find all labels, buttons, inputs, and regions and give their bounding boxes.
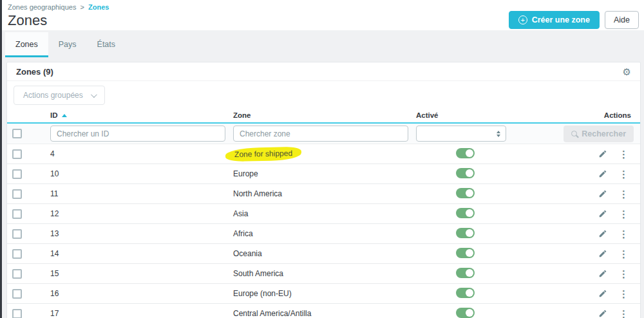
gear-icon[interactable]: ⚙ — [623, 67, 631, 77]
table-filter-row: Rechercher — [7, 124, 640, 144]
select-all-checkbox[interactable] — [12, 129, 22, 138]
edit-icon[interactable] — [598, 149, 607, 158]
edit-icon[interactable] — [598, 309, 607, 318]
chevron-down-icon — [91, 91, 97, 98]
row-menu-icon[interactable]: ⋮ — [619, 229, 629, 239]
row-menu-icon[interactable]: ⋮ — [619, 169, 629, 179]
edit-icon[interactable] — [598, 209, 607, 218]
row-menu-icon[interactable]: ⋮ — [619, 309, 629, 318]
row-menu-icon[interactable]: ⋮ — [619, 249, 629, 259]
create-zone-button[interactable]: + Créer une zone — [509, 11, 600, 29]
select-spinner-icon — [497, 131, 500, 137]
table-row: 13 Africa ⋮ — [7, 224, 640, 244]
filter-id-input[interactable] — [50, 126, 225, 142]
row-id: 10 — [50, 169, 233, 178]
breadcrumb-parent[interactable]: Zones geographiques — [8, 3, 76, 11]
row-id: 15 — [50, 269, 233, 278]
row-zone: Oceania — [233, 249, 262, 258]
row-zone: North America — [233, 189, 282, 198]
tab-etats[interactable]: États — [87, 32, 126, 57]
row-id: 11 — [50, 189, 233, 198]
row-zone: Africa — [233, 229, 253, 238]
row-zone: South America — [233, 269, 283, 278]
filter-zone-input[interactable] — [233, 126, 408, 142]
sort-asc-icon[interactable] — [62, 114, 67, 117]
row-zone: Asia — [233, 209, 248, 218]
row-checkbox[interactable] — [12, 189, 22, 199]
row-checkbox[interactable] — [12, 209, 22, 219]
row-menu-icon[interactable]: ⋮ — [619, 189, 629, 199]
active-toggle[interactable] — [456, 208, 475, 218]
row-id: 16 — [50, 289, 233, 298]
active-toggle[interactable] — [456, 228, 475, 238]
edit-icon[interactable] — [598, 189, 607, 198]
zones-panel: Zones (9) ⚙ Actions groupées ID Zone Act… — [6, 62, 641, 318]
row-checkbox[interactable] — [12, 169, 22, 179]
panel-title: Zones (9) — [16, 67, 53, 77]
active-toggle[interactable] — [456, 168, 475, 178]
row-id: 17 — [50, 309, 233, 318]
page-header: Zones geographiques > Zones Zones + Crée… — [0, 0, 644, 30]
row-checkbox[interactable] — [12, 149, 22, 159]
search-button-label: Rechercher — [582, 129, 626, 138]
table-row: 10 Europe ⋮ — [7, 164, 640, 184]
active-toggle[interactable] — [456, 268, 475, 278]
row-zone: Zone for shipped — [225, 146, 301, 161]
row-id: 4 — [50, 149, 233, 158]
row-checkbox[interactable] — [12, 229, 22, 239]
table-row: 15 South America ⋮ — [7, 264, 640, 284]
table-row: 17 Central America/Antilla ⋮ — [7, 304, 640, 318]
help-button[interactable]: Aide — [605, 11, 639, 29]
edit-icon[interactable] — [598, 169, 607, 178]
column-header-active[interactable]: Activé — [416, 111, 554, 119]
row-id: 14 — [50, 249, 233, 258]
column-header-zone[interactable]: Zone — [233, 111, 416, 119]
row-menu-icon[interactable]: ⋮ — [619, 289, 629, 299]
edit-icon[interactable] — [598, 269, 607, 278]
column-header-id[interactable]: ID — [50, 111, 233, 119]
row-menu-icon[interactable]: ⋮ — [619, 149, 629, 159]
table-row: 12 Asia ⋮ — [7, 204, 640, 224]
active-toggle[interactable] — [456, 308, 475, 318]
row-checkbox[interactable] — [12, 249, 22, 259]
create-zone-label: Créer une zone — [532, 15, 590, 24]
row-id: 13 — [50, 229, 233, 238]
table-row: 4 Zone for shipped ⋮ — [7, 144, 640, 164]
bulk-actions-button[interactable]: Actions groupées — [14, 86, 105, 105]
edit-icon[interactable] — [598, 289, 607, 298]
breadcrumb: Zones geographiques > Zones — [8, 3, 638, 11]
row-id: 12 — [50, 209, 233, 218]
table-row: 14 Oceania ⋮ — [7, 244, 640, 264]
tab-pays[interactable]: Pays — [48, 32, 87, 57]
row-zone: Central America/Antilla — [233, 309, 311, 318]
filter-active-select[interactable] — [416, 126, 506, 142]
column-header-actions: Actions — [554, 111, 640, 119]
table-header-row: ID Zone Activé Actions — [7, 108, 640, 124]
breadcrumb-separator: > — [80, 3, 84, 11]
row-menu-icon[interactable]: ⋮ — [619, 209, 629, 219]
search-button[interactable]: Rechercher — [564, 126, 634, 142]
sidebar-edge — [0, 0, 2, 318]
row-checkbox[interactable] — [12, 309, 22, 318]
row-menu-icon[interactable]: ⋮ — [619, 269, 629, 279]
edit-icon[interactable] — [598, 249, 607, 258]
active-toggle[interactable] — [456, 148, 475, 158]
row-zone: Europe (non-EU) — [233, 289, 292, 298]
tab-zones[interactable]: Zones — [5, 32, 48, 57]
row-checkbox[interactable] — [12, 269, 22, 279]
active-toggle[interactable] — [456, 288, 475, 298]
plus-circle-icon: + — [518, 15, 527, 24]
edit-icon[interactable] — [598, 229, 607, 238]
active-toggle[interactable] — [456, 188, 475, 198]
table-row: 16 Europe (non-EU) ⋮ — [7, 284, 640, 304]
tab-bar: Zones Pays États — [0, 32, 644, 57]
bulk-actions-label: Actions groupées — [23, 91, 83, 100]
table-body: 4 Zone for shipped ⋮ 10 Europe ⋮ — [7, 144, 640, 318]
row-checkbox[interactable] — [12, 289, 22, 299]
search-icon — [571, 131, 577, 136]
active-toggle[interactable] — [456, 248, 475, 258]
table-row: 11 North America ⋮ — [7, 184, 640, 204]
row-zone: Europe — [233, 169, 258, 178]
breadcrumb-current[interactable]: Zones — [88, 3, 109, 11]
